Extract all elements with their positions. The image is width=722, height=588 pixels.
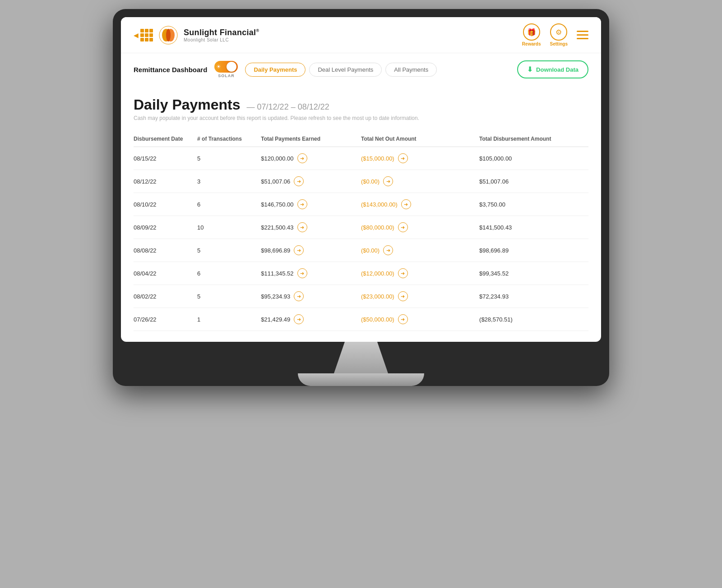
net-arrow-icon[interactable]: ➜ bbox=[383, 176, 393, 186]
cell-net: ($80,000.00) ➜ bbox=[361, 216, 479, 239]
hamburger-menu[interactable] bbox=[577, 31, 588, 39]
grid-cell bbox=[145, 29, 148, 32]
cell-disb: $98,696.89 bbox=[479, 239, 588, 262]
net-arrow-icon[interactable]: ➜ bbox=[398, 291, 408, 301]
cell-earned: $146,750.00 ➜ bbox=[261, 193, 361, 216]
col-header-net: Total Net Out Amount bbox=[361, 132, 479, 147]
tab-daily-label: Daily Payments bbox=[254, 66, 297, 73]
cell-date: 08/02/22 bbox=[134, 285, 197, 308]
net-amount: ($12,000.00) bbox=[361, 270, 394, 277]
table-row: 07/26/22 1 $21,429.49 ➜ ($50,000.00) ➜ (… bbox=[134, 308, 588, 331]
grid-cell bbox=[145, 38, 148, 41]
table-row: 08/02/22 5 $95,234.93 ➜ ($23,000.00) ➜ $… bbox=[134, 285, 588, 308]
net-arrow-icon[interactable]: ➜ bbox=[398, 153, 408, 163]
header-row: Disbursement Date # of Transactions Tota… bbox=[134, 132, 588, 147]
cell-earned: $21,429.49 ➜ bbox=[261, 308, 361, 331]
net-amount: ($143,000.00) bbox=[361, 201, 398, 208]
tab-all-payments[interactable]: All Payments bbox=[385, 63, 437, 77]
net-arrow-icon[interactable]: ➜ bbox=[401, 199, 411, 209]
tab-deal-level-payments[interactable]: Deal Level Payments bbox=[309, 63, 382, 77]
col-header-disb: Total Disbursement Amount bbox=[479, 132, 588, 147]
cell-disb: $141,500.43 bbox=[479, 216, 588, 239]
brand-subtitle: Moonlight Solar LLC bbox=[184, 37, 259, 42]
earned-arrow-icon[interactable]: ➜ bbox=[294, 314, 304, 324]
cell-earned: $221,500.43 ➜ bbox=[261, 216, 361, 239]
grid-cell bbox=[149, 33, 153, 37]
grid-icon[interactable] bbox=[140, 29, 153, 41]
nav-tabs: Daily Payments Deal Level Payments All P… bbox=[245, 63, 437, 77]
cell-disb: $99,345.52 bbox=[479, 262, 588, 285]
net-arrow-icon[interactable]: ➜ bbox=[398, 222, 408, 232]
cell-date: 08/12/22 bbox=[134, 170, 197, 193]
brand-name: Sunlight Financial® bbox=[184, 28, 259, 37]
earned-arrow-icon[interactable]: ➜ bbox=[294, 176, 304, 186]
solar-toggle[interactable]: SOLAR bbox=[214, 61, 238, 78]
payments-table: Disbursement Date # of Transactions Tota… bbox=[134, 132, 588, 331]
settings-icon: ⚙ bbox=[550, 23, 567, 41]
earned-arrow-icon[interactable]: ➜ bbox=[297, 153, 307, 163]
net-amount: ($80,000.00) bbox=[361, 224, 394, 231]
logo-icon bbox=[158, 25, 178, 45]
cell-date: 08/15/22 bbox=[134, 147, 197, 170]
table-row: 08/04/22 6 $111,345.52 ➜ ($12,000.00) ➜ … bbox=[134, 262, 588, 285]
grid-cell bbox=[145, 33, 148, 37]
back-icon: ◀ bbox=[134, 32, 139, 39]
cell-net: ($50,000.00) ➜ bbox=[361, 308, 479, 331]
table-row: 08/15/22 5 $120,000.00 ➜ ($15,000.00) ➜ … bbox=[134, 147, 588, 170]
cell-net: ($23,000.00) ➜ bbox=[361, 285, 479, 308]
rewards-button[interactable]: 🎁 Rewards bbox=[522, 23, 541, 46]
table-row: 08/09/22 10 $221,500.43 ➜ ($80,000.00) ➜… bbox=[134, 216, 588, 239]
cell-txn: 3 bbox=[197, 170, 261, 193]
settings-label: Settings bbox=[550, 41, 568, 46]
dashboard-title: Remittance Dashboard bbox=[134, 66, 207, 74]
brand-name-text: Sunlight Financial bbox=[184, 28, 256, 37]
tab-daily-payments[interactable]: Daily Payments bbox=[245, 63, 305, 77]
back-button[interactable]: ◀ bbox=[134, 29, 153, 41]
table-body: 08/15/22 5 $120,000.00 ➜ ($15,000.00) ➜ … bbox=[134, 147, 588, 331]
cell-disb: $51,007.06 bbox=[479, 170, 588, 193]
cell-earned: $111,345.52 ➜ bbox=[261, 262, 361, 285]
hamburger-line bbox=[577, 34, 588, 36]
table-row: 08/12/22 3 $51,007.06 ➜ ($0.00) ➜ $51,00… bbox=[134, 170, 588, 193]
settings-button[interactable]: ⚙ Settings bbox=[550, 23, 568, 46]
net-amount: ($15,000.00) bbox=[361, 155, 394, 162]
grid-cell bbox=[140, 29, 144, 32]
grid-cell bbox=[149, 29, 153, 32]
monitor-stand-neck bbox=[334, 342, 388, 373]
grid-cell bbox=[140, 33, 144, 37]
net-arrow-icon[interactable]: ➜ bbox=[398, 268, 408, 278]
date-range-text: 07/12/22 – 08/12/22 bbox=[257, 102, 329, 111]
cell-date: 08/10/22 bbox=[134, 193, 197, 216]
toolbar: Remittance Dashboard SOLAR Daily Payment… bbox=[121, 53, 601, 86]
net-arrow-icon[interactable]: ➜ bbox=[398, 314, 408, 324]
cell-disb: ($28,570.51) bbox=[479, 308, 588, 331]
earned-arrow-icon[interactable]: ➜ bbox=[297, 268, 307, 278]
date-dash: — bbox=[247, 102, 255, 111]
toggle-pill[interactable] bbox=[214, 61, 238, 73]
cell-txn: 5 bbox=[197, 285, 261, 308]
cell-disb: $72,234.93 bbox=[479, 285, 588, 308]
earned-amount: $95,234.93 bbox=[261, 293, 290, 300]
earned-arrow-icon[interactable]: ➜ bbox=[294, 245, 304, 255]
cell-earned: $120,000.00 ➜ bbox=[261, 147, 361, 170]
toolbar-left: Remittance Dashboard SOLAR Daily Payment… bbox=[134, 61, 437, 78]
earned-arrow-icon[interactable]: ➜ bbox=[297, 199, 307, 209]
table-row: 08/10/22 6 $146,750.00 ➜ ($143,000.00) ➜… bbox=[134, 193, 588, 216]
cell-net: ($12,000.00) ➜ bbox=[361, 262, 479, 285]
cell-txn: 5 bbox=[197, 239, 261, 262]
earned-arrow-icon[interactable]: ➜ bbox=[294, 291, 304, 301]
earned-amount: $111,345.52 bbox=[261, 270, 293, 277]
table-header: Disbursement Date # of Transactions Tota… bbox=[134, 132, 588, 147]
col-header-txn: # of Transactions bbox=[197, 132, 261, 147]
col-header-earned: Total Payments Earned bbox=[261, 132, 361, 147]
cell-txn: 6 bbox=[197, 262, 261, 285]
cell-disb: $105,000.00 bbox=[479, 147, 588, 170]
cell-earned: $95,234.93 ➜ bbox=[261, 285, 361, 308]
net-arrow-icon[interactable]: ➜ bbox=[383, 245, 393, 255]
download-button[interactable]: ⬇ Download Data bbox=[517, 60, 588, 78]
earned-arrow-icon[interactable]: ➜ bbox=[297, 222, 307, 232]
net-amount: ($0.00) bbox=[361, 178, 380, 185]
cell-date: 07/26/22 bbox=[134, 308, 197, 331]
cell-txn: 1 bbox=[197, 308, 261, 331]
cell-net: ($0.00) ➜ bbox=[361, 239, 479, 262]
